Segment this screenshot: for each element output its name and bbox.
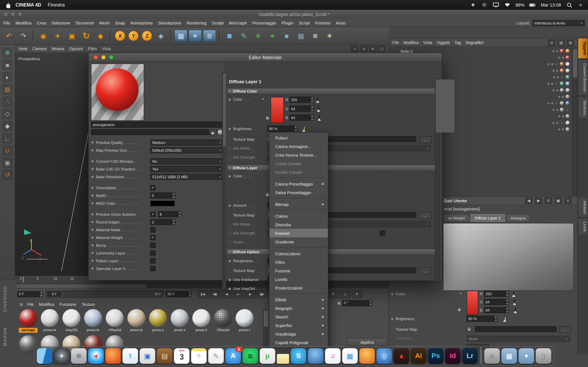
visibility-dot[interactable] <box>562 57 564 58</box>
notification-center-icon[interactable]: ≡ <box>577 2 584 8</box>
material-ball[interactable] <box>19 309 37 327</box>
toolbar-button[interactable]: ✴ <box>266 29 279 42</box>
g-field[interactable]: 64▲▼ <box>484 299 509 305</box>
dock-icon[interactable]: Ai <box>411 348 426 364</box>
context-menu-item[interactable]: Filtro ▶ <box>269 258 328 266</box>
app-menu-item[interactable]: Finestre <box>315 20 330 25</box>
app-menu-item[interactable]: Simulazione <box>158 20 181 25</box>
material-property-row[interactable]: ✓ ▲▼ <box>91 181 223 184</box>
material-thumbnail[interactable]: VRayAd <box>214 309 232 333</box>
object-menu-item[interactable]: Modifica <box>403 40 419 45</box>
material-property-row[interactable]: MatID . . . . . . . . . . . . . . . . ✓ … <box>91 192 223 200</box>
brightness-slider[interactable] <box>303 126 304 132</box>
mode-tool-button[interactable]: ∴ <box>2 96 13 107</box>
context-menu-item[interactable]: ▶ <box>270 246 327 249</box>
context-menu-item[interactable]: Pulisci ▶ <box>269 133 328 142</box>
object-manager-scrollbar[interactable] <box>572 48 577 195</box>
context-menu-item[interactable]: Salva Presettaggio ▶ <box>269 188 328 197</box>
object-menu-item[interactable]: Oggetti <box>437 40 450 45</box>
viewport-control-button[interactable]: ↻ <box>369 45 376 52</box>
number-field[interactable]: 0▲▼ <box>150 192 176 199</box>
material-property-row[interactable]: Flakes Layer . . . . . . . . . . ✓ ▲▼ <box>91 257 223 265</box>
transport-button[interactable]: ▼ <box>352 290 362 298</box>
dock-icon[interactable]: ≡ <box>191 348 207 364</box>
mode-tool-button[interactable]: ⊕ <box>2 47 13 58</box>
dock-tab[interactable]: Struttura <box>578 97 588 119</box>
material-property-row[interactable]: Bake C4D 2D Shaders . . . ✓ Yes▲▼ Yes <box>91 165 223 173</box>
material-property-row[interactable]: Bake Resolution . . . . . . . ✓ 512x512 … <box>91 173 223 181</box>
object-manager-icon[interactable]: ⊞ <box>567 39 574 46</box>
toolbar-button[interactable] <box>170 30 172 42</box>
transport-button[interactable]: ◀▮ <box>209 290 220 298</box>
material-property-row[interactable]: MtlID Color . . . . . . . . . . . ✓ ▲▼ <box>91 200 223 207</box>
material-property-row[interactable]: Bump . . . . . . . . . . . . . . . . . ✓… <box>91 242 223 249</box>
context-menu-item[interactable]: ▶ <box>270 197 327 200</box>
wifi-icon[interactable] <box>504 2 511 8</box>
dock-tab[interactable]: Attributi <box>578 197 588 217</box>
material-ball[interactable] <box>106 309 124 327</box>
r-field[interactable]: 255▲▼ <box>484 291 509 297</box>
dock-icon[interactable]: ✦ <box>54 348 69 364</box>
material-ball[interactable] <box>214 309 232 327</box>
viewport-menu-item[interactable]: Camere <box>32 47 47 51</box>
status-app-icon[interactable]: ❖ <box>470 2 476 8</box>
minimize-button[interactable] <box>11 12 15 16</box>
scrollbar-thumb[interactable] <box>264 310 268 327</box>
checkbox-checked[interactable]: ✓ <box>150 235 156 240</box>
end-frame-field[interactable]: 90 F▲▼ <box>166 291 192 297</box>
number-field[interactable]: 2▲▼ <box>150 219 176 225</box>
context-menu-item[interactable]: Mograph ▶ <box>269 304 328 312</box>
material-preview[interactable] <box>91 64 144 121</box>
dock-icon[interactable]: S <box>291 348 306 364</box>
toolbar-button[interactable]: ✎ <box>237 29 250 42</box>
grid-icon[interactable]: ⊞ <box>20 302 23 307</box>
b-slider[interactable] <box>515 308 516 313</box>
g-slider[interactable] <box>514 300 515 305</box>
dock-icon[interactable] <box>481 347 481 364</box>
expand-arrow-button[interactable]: ▶ <box>265 115 270 121</box>
object-manager-icon[interactable]: ▥ <box>557 39 565 46</box>
section-diffuse-color[interactable]: ▼ Diffuse Color <box>227 88 436 94</box>
material-menu-item[interactable]: Texture <box>82 302 95 307</box>
attribute-header-icon[interactable]: ▶ <box>535 197 542 204</box>
material-ball[interactable] <box>171 309 189 327</box>
material-property-row[interactable]: Preview Quality . . . . . . . ✓ Medium▲▼… <box>91 139 223 146</box>
dock-icon[interactable]: ✎ <box>208 348 224 364</box>
mode-tool-button[interactable]: ◐ <box>2 72 13 82</box>
dock-icon[interactable]: Ps <box>428 348 443 364</box>
dock-icon[interactable]: ▲ <box>394 348 409 364</box>
object-menu-item[interactable]: Segnalibri <box>466 40 484 45</box>
menubar-clock[interactable]: Mar 13:08 <box>541 2 561 7</box>
context-menu-item[interactable]: VrayBridge ▶ <box>269 329 328 338</box>
mode-tool-button[interactable]: ↺ <box>2 170 13 180</box>
context-menu-item[interactable]: ▶ <box>270 292 327 295</box>
layout-dropdown[interactable]: Interfaccia di Avvio <box>532 20 585 26</box>
left-panel-scrollbar[interactable] <box>222 72 226 289</box>
dock-icon[interactable] <box>277 354 289 364</box>
close-button[interactable] <box>94 55 98 59</box>
viewport-menu-item[interactable]: Opzioni <box>69 47 83 51</box>
material-ball[interactable] <box>62 309 80 327</box>
material-thumbnail[interactable]: prova s <box>170 309 189 333</box>
chevron-down-icon[interactable]: ▼ <box>459 292 462 295</box>
context-menu-item[interactable]: Livello ▶ <box>269 275 328 284</box>
app-menu-item[interactable]: Selezione <box>52 20 70 25</box>
transport-button[interactable]: ▶ <box>233 290 244 298</box>
context-menu-item[interactable]: Disturbo ▶ <box>269 220 328 229</box>
dock-icon[interactable] <box>105 348 121 364</box>
context-menu-item[interactable]: Copia Canale ▶ <box>269 159 328 167</box>
color-swatch[interactable] <box>271 97 284 123</box>
viewport-h-scrollbar[interactable] <box>15 284 389 289</box>
material-thumbnail[interactable]: prova v <box>235 309 254 333</box>
menubar-item-finestra[interactable]: Finestra <box>48 2 65 7</box>
dock-icon[interactable]: NOV 3 <box>174 348 190 364</box>
dropdown[interactable]: Medium <box>150 140 223 146</box>
browse-button[interactable]: ... <box>419 136 432 143</box>
material-menu-item[interactable]: Funzione <box>60 302 76 307</box>
app-menu-item[interactable]: Strumenti <box>76 20 94 25</box>
context-menu-item[interactable]: ▶ <box>270 209 327 211</box>
dock-icon[interactable]: ♫ <box>325 348 341 364</box>
app-menu-item[interactable]: Aiuto <box>336 20 346 25</box>
browse-button[interactable]: ... <box>419 267 432 275</box>
timeline-handle[interactable]: 0 F <box>47 291 62 297</box>
